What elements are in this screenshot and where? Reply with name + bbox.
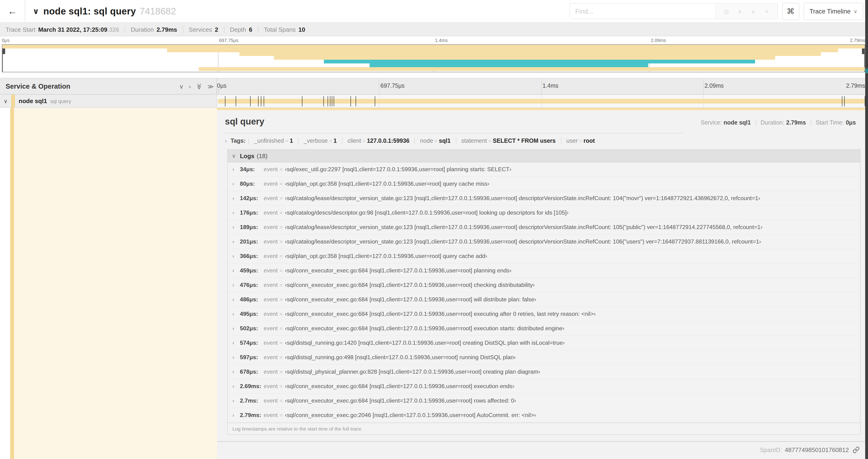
log-field-key: event — [264, 296, 278, 303]
log-row[interactable]: ›176μs:event=‹sql/catalog/descs/descript… — [228, 206, 860, 220]
span-meta-label: Start Time: — [816, 120, 844, 126]
span-detail-meta: Service:node sql1Duration:2.79msStart Ti… — [696, 120, 861, 126]
tag-item[interactable]: client=127.0.0.1:59936 — [342, 138, 414, 144]
span-meta-label: Duration: — [761, 120, 784, 126]
keyboard-shortcuts-button[interactable]: ⌘ — [782, 3, 799, 20]
log-marker-tick — [328, 96, 328, 106]
log-timestamp: 80μs: — [240, 181, 264, 187]
log-row[interactable]: ›366μs:event=‹sql/plan_opt.go:358 [nsql1… — [228, 249, 860, 264]
log-marker-tick — [261, 96, 261, 106]
tag-key: _unfinished — [254, 138, 284, 144]
log-field-value: ‹sql/catalog/lease/descriptor_version_st… — [285, 238, 761, 245]
trace-info-item: Total Spans10 — [258, 26, 311, 33]
tag-equals: = — [363, 138, 366, 144]
span-name-cell[interactable]: ∨ node sql1 sql query — [0, 95, 217, 108]
log-row[interactable]: ›34μs:event=‹sql/exec_util.go:2297 [nsql… — [228, 162, 860, 177]
log-row[interactable]: ›486μs:event=‹sql/conn_executor_exec.go:… — [228, 292, 860, 307]
minimap-tick-labels: 0μs697.75μs1.4ms2.09ms2.79ms — [2, 38, 865, 44]
log-row[interactable]: ›201μs:event=‹sql/catalog/lease/descript… — [228, 235, 860, 249]
log-field-key: event — [264, 267, 278, 274]
log-row[interactable]: ›142μs:event=‹sql/catalog/lease/descript… — [228, 191, 860, 206]
collapse-all-icon[interactable]: ≫ — [195, 83, 203, 89]
log-equals: = — [280, 355, 283, 360]
timeline-tick-label: 0μs — [2, 38, 9, 43]
column-resizer-handle[interactable]: || — [216, 88, 220, 93]
timeline-tick-label: 697.75μs — [218, 38, 239, 43]
detail-section: sql query Service:node sql1Duration:2.79… — [0, 108, 865, 459]
next-result-icon[interactable]: ∨ — [746, 8, 760, 15]
logs-footer-note: Log timestamps are relative to the start… — [228, 423, 860, 434]
locate-icon[interactable]: ◎ — [719, 8, 733, 15]
log-row[interactable]: ›2.69ms:event=‹sql/conn_executor_exec.go… — [228, 379, 860, 394]
right-edge-strip — [865, 0, 868, 459]
timeline-tick-label: 1.4ms — [541, 83, 558, 89]
log-row[interactable]: ›678μs:event=‹sql/distsql_physical_plann… — [228, 365, 860, 379]
collapse-one-icon[interactable]: ∨ — [179, 83, 184, 90]
tag-equals: = — [329, 138, 332, 144]
timeline-tick-label: 2.79ms — [850, 38, 865, 43]
tag-item[interactable]: node=sql1 — [415, 138, 456, 144]
minimap-canvas[interactable] — [2, 44, 865, 72]
tag-item[interactable]: _verbose=1 — [298, 138, 342, 144]
tag-item[interactable]: user=root — [561, 138, 600, 144]
prev-result-icon[interactable]: ∧ — [733, 8, 746, 15]
trace-info-label: Services — [189, 26, 212, 33]
log-equals: = — [280, 311, 283, 317]
tag-item[interactable]: statement=SELECT * FROM users — [456, 138, 561, 144]
timeline-tick-label: 2.09ms — [703, 83, 724, 89]
chevron-right-icon: › — [232, 210, 240, 216]
log-marker-tick — [332, 96, 333, 106]
log-row[interactable]: ›2.7ms:event=‹sql/conn_executor_exec.go:… — [228, 394, 860, 408]
span-service-name: node sql1 — [19, 97, 47, 104]
header-gridline — [541, 78, 541, 94]
log-row[interactable]: ›189μs:event=‹sql/catalog/lease/descript… — [228, 220, 860, 235]
log-field-value: ‹sql/distsql_running.go:1420 [nsql1,clie… — [285, 339, 565, 346]
log-row[interactable]: ›502μs:event=‹sql/conn_executor_exec.go:… — [228, 321, 860, 336]
back-button[interactable]: ← — [0, 0, 25, 22]
span-duration-bar[interactable] — [218, 99, 865, 104]
minimap-left-scrubber[interactable] — [2, 45, 3, 72]
expand-all-icon[interactable]: ≫ — [208, 83, 214, 90]
link-icon[interactable] — [852, 446, 860, 453]
log-row[interactable]: ›80μs:event=‹sql/plan_opt.go:358 [nsql1,… — [228, 177, 860, 191]
trace-info-item: Depth6 — [224, 26, 258, 33]
log-field-value: ‹sql/plan_opt.go:358 [nsql1,client=127.0… — [285, 253, 487, 259]
collapse-trace-chevron-icon[interactable]: ∨ — [33, 6, 39, 16]
minimap-span-bar — [370, 63, 648, 67]
log-field-key: event — [264, 325, 278, 332]
log-row[interactable]: ›476μs:event=‹sql/conn_executor_exec.go:… — [228, 278, 860, 292]
log-row[interactable]: ›495μs:event=‹sql/conn_executor_exec.go:… — [228, 307, 860, 321]
logs-count: (18) — [257, 152, 268, 159]
logs-header[interactable]: ∨ Logs (18) — [228, 150, 860, 162]
log-row[interactable]: ›459μs:event=‹sql/conn_executor_exec.go:… — [228, 264, 860, 278]
tag-item[interactable]: _unfinished=1 — [248, 138, 298, 144]
chevron-down-icon[interactable]: ∨ — [0, 98, 11, 104]
trace-info-value: March 31 2022, 17:25:09 — [38, 26, 107, 33]
minimap-span-bar — [239, 52, 820, 56]
log-field-value: ‹sql/conn_executor_exec.go:684 [nsql1,cl… — [285, 282, 535, 288]
log-row[interactable]: ›597μs:event=‹sql/distsql_running.go:498… — [228, 350, 860, 365]
header-gridline — [379, 78, 380, 94]
log-row[interactable]: ›574μs:event=‹sql/distsql_running.go:142… — [228, 336, 860, 350]
log-field-key: event — [264, 354, 278, 361]
trace-view-label: Trace Timeline — [809, 8, 850, 15]
chevron-down-icon: ∨ — [232, 153, 236, 159]
timeline-header: Service & Operation ∨ › ≫ ≫ || 0μs697.75… — [0, 78, 865, 95]
log-field-key: event — [264, 195, 278, 201]
expand-collapse-icons: ∨ › ≫ ≫ — [174, 83, 214, 90]
tags-row[interactable]: › Tags: _unfinished=1_verbose=1client=12… — [225, 138, 861, 144]
expand-one-icon[interactable]: › — [189, 83, 191, 90]
tag-equals: = — [285, 138, 288, 144]
log-field-value: ‹sql/conn_executor_exec.go:684 [nsql1,cl… — [285, 296, 536, 303]
log-field-key: event — [264, 166, 278, 173]
log-field-key: event — [264, 224, 278, 230]
span-bar-track[interactable] — [217, 95, 865, 108]
span-meta-label: Service: — [701, 120, 722, 126]
find-input[interactable] — [569, 4, 715, 19]
trace-view-select[interactable]: Trace Timeline ∨ — [803, 3, 863, 20]
log-row[interactable]: ›2.79ms:event=‹sql/conn_executor_exec.go… — [228, 408, 860, 423]
clear-find-icon[interactable]: × — [760, 8, 774, 15]
chevron-right-icon: › — [225, 138, 227, 144]
log-field-value: ‹sql/conn_executor_exec.go:684 [nsql1,cl… — [285, 383, 514, 390]
log-field-key: event — [264, 383, 278, 390]
